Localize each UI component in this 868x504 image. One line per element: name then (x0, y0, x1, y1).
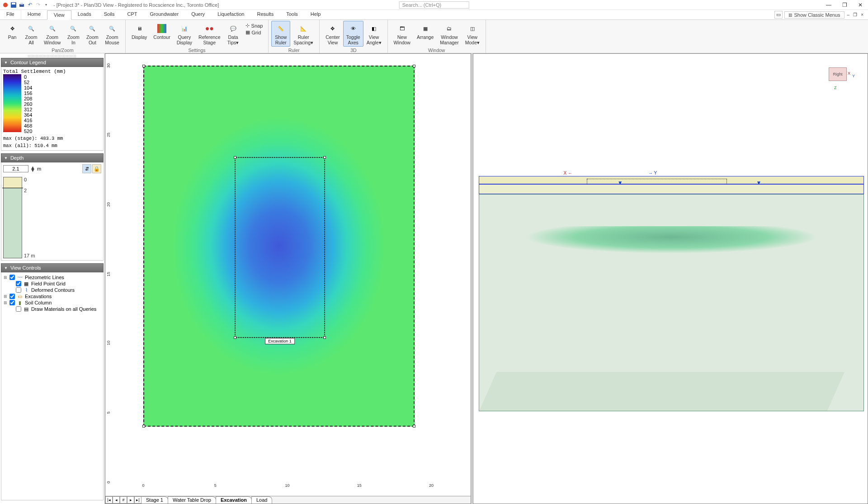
center-view-button[interactable]: ✥Center View (322, 21, 343, 47)
view-mode-button[interactable]: ◫View Mode▾ (462, 21, 483, 47)
tab-soils[interactable]: Soils (98, 10, 121, 19)
ruler-icon: 📏 (275, 23, 286, 34)
snap-button[interactable]: ⊹Snap (245, 23, 263, 29)
pan-button[interactable]: ✥Pan (3, 21, 22, 47)
minimize-button[interactable]: — (826, 2, 831, 8)
undo-icon[interactable]: ↶ (26, 1, 33, 9)
tab-file[interactable]: File (0, 10, 21, 19)
tree-item-piezometric[interactable]: ⊞〰Piezometric Lines (3, 274, 101, 281)
window-title: - [Project 3* - Plan/3D View - Registere… (53, 2, 219, 8)
tab-groundwater[interactable]: Groundwater (144, 10, 185, 19)
stage-num-button[interactable]: # (120, 496, 127, 504)
depth-spinner[interactable]: ▲▼ (30, 166, 35, 171)
zoom-in-button[interactable]: 🔍Zoom In (64, 21, 83, 47)
depth-sync-icon[interactable]: ⇵ (82, 164, 91, 173)
stage-next-button[interactable]: ▸ (127, 496, 134, 504)
contour-button[interactable]: Contour (150, 21, 173, 47)
stage-last-button[interactable]: ▸| (134, 496, 142, 504)
arrange-button[interactable]: ▦Arrange (414, 21, 437, 47)
legend-colorbar (3, 74, 21, 132)
legend-series-label: Total Settlement (mm) (3, 69, 101, 74)
tree-item-field-grid[interactable]: ▦Field Point Grid (3, 281, 101, 287)
new-window-icon: 🗔 (396, 23, 407, 34)
tab-cpt[interactable]: CPT (121, 10, 144, 19)
plan-excavation[interactable]: Excavation 1 (235, 157, 325, 338)
toggle-axes-button[interactable]: 👁Toggle Axes (343, 21, 363, 47)
3d-scene[interactable]: X ← → Y ▼ ▼ (479, 176, 864, 411)
mdi-restore-icon[interactable]: ❐ (852, 12, 858, 17)
tab-liquefaction[interactable]: Liquefaction (211, 10, 250, 19)
tab-help[interactable]: Help (304, 10, 327, 19)
maximize-button[interactable]: ❐ (842, 2, 847, 8)
tree-item-soil-column[interactable]: ⊞▮Soil Column (3, 300, 101, 306)
zoom-mouse-icon: 🔍 (107, 23, 118, 34)
print-icon[interactable] (18, 1, 25, 9)
window-manager-icon: 🗂 (444, 23, 455, 34)
tab-loads[interactable]: Loads (71, 10, 98, 19)
legend-ticks: 052 104156 208260 312364 416468 520 (21, 74, 32, 134)
data-tips-button[interactable]: 💬Data Tips▾ (224, 21, 243, 47)
view-angle-icon: ◧ (368, 23, 379, 34)
zoom-out-button[interactable]: 🔍Zoom Out (83, 21, 102, 47)
3d-viewport[interactable]: Right X Y Z X ← → Y ▼ ▼ (473, 53, 868, 504)
panel-grip[interactable] (28, 55, 76, 57)
tab-view[interactable]: View (47, 10, 71, 20)
query-display-button[interactable]: 📊Query Display (174, 21, 195, 47)
excavation-label[interactable]: Excavation 1 (265, 338, 295, 344)
window-manager-button[interactable]: 🗂Window Manager (437, 21, 462, 47)
display-button[interactable]: 🖥Display (128, 21, 150, 47)
stage-tab-4[interactable]: Load (251, 496, 272, 504)
tree-item-deformed[interactable]: ⌇Deformed Contours (3, 287, 101, 293)
axis-x-label: X ← (563, 171, 572, 176)
grid-icon: ▦ (245, 29, 250, 35)
depth-lock-icon[interactable]: 🔒 (92, 164, 101, 173)
tree-item-excavations[interactable]: ⊞▭Excavations (3, 293, 101, 300)
zoom-mouse-button[interactable]: 🔍Zoom Mouse (102, 21, 123, 47)
zoom-out-icon: 🔍 (87, 23, 98, 34)
ribbon: ✥Pan 🔍Zoom All 🔍Zoom Window 🔍Zoom In 🔍Zo… (0, 20, 868, 53)
grid-button[interactable]: ▦Grid (245, 29, 263, 35)
zoom-all-button[interactable]: 🔍Zoom All (22, 21, 41, 47)
zoom-window-button[interactable]: 🔍Zoom Window (41, 21, 64, 47)
new-window-button[interactable]: 🗔New Window (391, 21, 414, 47)
save-icon[interactable] (10, 1, 17, 9)
depth-header[interactable]: Depth (1, 153, 104, 162)
svg-rect-4 (20, 3, 23, 5)
gizmo-face[interactable]: Right (829, 67, 847, 81)
stage-prev-button[interactable]: ◂ (113, 496, 120, 504)
depth-input[interactable] (3, 165, 28, 172)
view-gizmo[interactable]: Right X Y Z (824, 63, 857, 95)
view-controls-header[interactable]: View Controls (1, 263, 104, 272)
tree-item-draw-materials[interactable]: ▤Draw Materials on all Queries (3, 306, 101, 312)
redo-icon[interactable]: ↷ (34, 1, 42, 9)
materials-icon: ▤ (23, 306, 29, 312)
view-angle-button[interactable]: ◧View Angle▾ (363, 21, 385, 47)
search-input[interactable]: Search... (Ctrl+Q) (399, 1, 469, 9)
tab-results[interactable]: Results (250, 10, 280, 19)
reference-stage-button[interactable]: ●●Reference Stage (195, 21, 223, 47)
plan-domain[interactable]: Excavation 1 (143, 66, 415, 427)
soil-column-icon: ▮ (17, 300, 23, 305)
mdi-minimize-icon[interactable]: – (846, 12, 851, 17)
stage-first-button[interactable]: |◂ (105, 496, 113, 504)
collapse-ribbon-icon[interactable]: ▭ (774, 11, 783, 19)
tab-query[interactable]: Query (185, 10, 211, 19)
legend-max-all: max (all): 510.4 mm (3, 143, 101, 148)
stage-tab-3[interactable]: Excavation (216, 496, 252, 504)
depth-column[interactable] (3, 177, 22, 258)
app-icon (2, 1, 9, 9)
tab-home[interactable]: Home (21, 10, 47, 19)
tab-tools[interactable]: Tools (280, 10, 304, 19)
qat-more-icon[interactable]: ▾ (42, 1, 50, 9)
show-ruler-button[interactable]: 📏Show Ruler (271, 21, 290, 47)
plan-viewport[interactable]: 30 25 20 15 10 5 0 (105, 53, 471, 504)
stage-tab-1[interactable]: Stage 1 (141, 496, 168, 504)
show-classic-menus-button[interactable]: ▥Show Classic Menus (784, 11, 844, 19)
contour-legend-header[interactable]: Contour Legend (1, 58, 104, 67)
stage-tab-2[interactable]: Water Table Drop (168, 496, 216, 504)
piezometric-icon: 〰 (17, 275, 23, 280)
mdi-close-icon[interactable]: × (860, 12, 864, 17)
ribbon-group-settings: Settings (126, 48, 268, 53)
close-button[interactable]: ✕ (858, 2, 863, 8)
ruler-spacing-button[interactable]: 📐Ruler Spacing▾ (290, 21, 316, 47)
